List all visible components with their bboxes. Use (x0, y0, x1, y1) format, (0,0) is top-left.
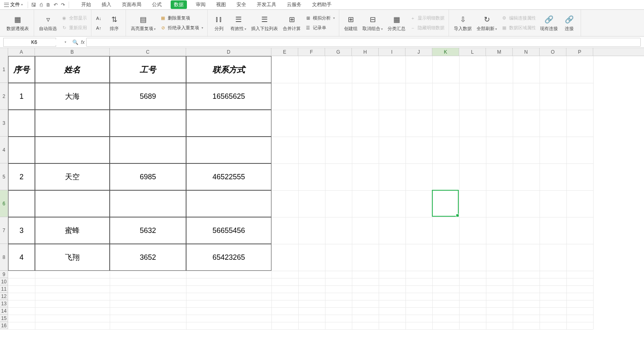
undo-icon[interactable]: ↶ (52, 2, 59, 8)
cells-area[interactable]: 序号姓名工号联系方式1大海5689165656252天空698546522555… (8, 56, 593, 329)
column-header[interactable]: G (325, 48, 352, 56)
row-header[interactable]: 6 (0, 190, 8, 217)
edit-conn-button[interactable]: ⚙ 编辑连接属性 (499, 14, 538, 22)
menu-tab[interactable]: 页面布局 (120, 0, 143, 9)
menu-tab[interactable]: 开始 (80, 0, 93, 9)
pivot-table-button[interactable]: ▦ 数据透视表 (4, 11, 31, 35)
sort-asc-button[interactable]: A↓ (94, 14, 104, 22)
menu-tab[interactable]: 云服务 (285, 0, 303, 9)
table-cell[interactable]: 46522555 (186, 163, 271, 190)
table-cell[interactable] (8, 190, 35, 217)
column-header[interactable]: M (486, 48, 513, 56)
row-header[interactable]: 1 (0, 56, 8, 83)
column-header[interactable]: C (110, 48, 186, 56)
text-to-columns-button[interactable]: ⫿⫿ 分列 (210, 11, 228, 35)
table-cell[interactable] (186, 110, 271, 137)
reapply-button[interactable]: ↻ 重新应用 (59, 24, 89, 32)
column-header[interactable]: L (459, 48, 486, 56)
fx-icon[interactable]: fx (81, 39, 85, 45)
menu-tab[interactable]: 文档助手 (310, 0, 333, 9)
table-cell[interactable]: 天空 (35, 163, 110, 190)
select-all-corner[interactable] (0, 48, 8, 56)
dropdown-list-button[interactable]: ☰ 插入下拉列表 (249, 11, 280, 35)
whatif-button[interactable]: ⊞ 模拟分析▾ (303, 14, 336, 22)
cell-reference-input[interactable] (4, 39, 65, 45)
file-menu[interactable]: 文件 ▾ (2, 0, 25, 9)
column-header[interactable]: D (186, 48, 271, 56)
row-header[interactable]: 12 (0, 293, 8, 300)
validation-button[interactable]: ☰ 有效性▾ (228, 11, 249, 35)
table-cell[interactable]: 2 (8, 163, 35, 190)
redo-icon[interactable]: ↷ (60, 2, 66, 8)
table-cell[interactable]: 飞翔 (35, 244, 110, 271)
sort-button[interactable]: ⇅ 排序 (105, 11, 123, 35)
table-cell[interactable]: 1 (8, 83, 35, 110)
row-header[interactable]: 15 (0, 315, 8, 322)
existing-conn-button[interactable]: 🔗 现有连接 (538, 11, 560, 35)
column-header[interactable]: F (298, 48, 325, 56)
formula-input[interactable] (86, 38, 641, 47)
show-detail-button[interactable]: + 显示明细数据 (408, 14, 446, 22)
data-range-button[interactable]: ▦ 数据区域属性 (499, 24, 538, 32)
row-header[interactable]: 13 (0, 300, 8, 307)
row-header[interactable]: 7 (0, 217, 8, 244)
table-cell[interactable] (110, 110, 186, 137)
table-cell[interactable]: 6985 (110, 163, 186, 190)
column-header[interactable]: J (405, 48, 432, 56)
spreadsheet-grid[interactable]: ABCDEFGHIJKLMNOP 12345678910111213141516… (0, 48, 644, 361)
table-cell[interactable]: 蜜蜂 (35, 217, 110, 244)
menu-tab[interactable]: 安全 (235, 0, 248, 9)
table-cell[interactable] (35, 190, 110, 217)
row-header[interactable]: 10 (0, 278, 8, 285)
remove-dup-button[interactable]: ▦ 删除重复项 (158, 14, 205, 22)
table-cell[interactable]: 56655456 (186, 217, 271, 244)
menu-tab[interactable]: 开发工具 (255, 0, 278, 9)
table-cell[interactable]: 4 (8, 244, 35, 271)
refresh-all-button[interactable]: ↻ 全部刷新▾ (474, 11, 499, 35)
table-cell[interactable]: 大海 (35, 83, 110, 110)
table-cell[interactable]: 3 (8, 217, 35, 244)
table-cell[interactable] (110, 137, 186, 163)
row-header[interactable]: 9 (0, 271, 8, 278)
connections-button[interactable]: 🔗 连接 (560, 11, 578, 35)
row-header[interactable]: 11 (0, 285, 8, 293)
print-icon[interactable]: ⎙ (38, 2, 44, 8)
column-header[interactable]: E (271, 48, 298, 56)
row-header[interactable]: 14 (0, 307, 8, 315)
ungroup-button[interactable]: ⊟ 取消组合▾ (360, 11, 385, 35)
row-header[interactable]: 5 (0, 163, 8, 190)
show-all-button[interactable]: ◉ 全部显示 (59, 14, 89, 22)
import-data-button[interactable]: ⇩ 导入数据 (451, 11, 474, 35)
column-header[interactable]: I (379, 48, 405, 56)
table-header-cell[interactable]: 姓名 (35, 56, 110, 83)
table-cell[interactable]: 65423265 (186, 244, 271, 271)
table-cell[interactable] (8, 110, 35, 137)
table-header-cell[interactable]: 序号 (8, 56, 35, 83)
zoom-icon[interactable]: 🔍 (72, 39, 78, 45)
group-button[interactable]: ⊞ 创建组 (342, 11, 360, 35)
column-header[interactable]: H (352, 48, 379, 56)
table-header-cell[interactable]: 工号 (110, 56, 186, 83)
row-header[interactable]: 8 (0, 244, 8, 271)
row-header[interactable]: 16 (0, 322, 8, 329)
print-preview-icon[interactable]: 🗎 (45, 2, 52, 8)
name-box[interactable]: ▾ (3, 38, 56, 47)
column-header[interactable]: P (566, 48, 593, 56)
table-cell[interactable]: 5689 (110, 83, 186, 110)
table-cell[interactable]: 3652 (110, 244, 186, 271)
namebox-chevron-icon[interactable]: ▾ (65, 40, 66, 44)
highlight-dup-button[interactable]: ▤ 高亮重复项▾ (128, 11, 158, 35)
column-header[interactable]: B (35, 48, 110, 56)
column-header[interactable]: A (8, 48, 35, 56)
table-cell[interactable] (186, 190, 271, 217)
table-cell[interactable] (35, 110, 110, 137)
table-header-cell[interactable]: 联系方式 (186, 56, 271, 83)
table-cell[interactable] (8, 137, 35, 163)
menu-tab[interactable]: 插入 (100, 0, 113, 9)
column-header[interactable]: N (513, 48, 540, 56)
menu-tab[interactable]: 审阅 (194, 0, 207, 9)
table-cell[interactable]: 16565625 (186, 83, 271, 110)
sort-desc-button[interactable]: A↑ (94, 24, 104, 32)
row-header[interactable]: 2 (0, 83, 8, 110)
menu-tab[interactable]: 公式 (150, 0, 163, 9)
